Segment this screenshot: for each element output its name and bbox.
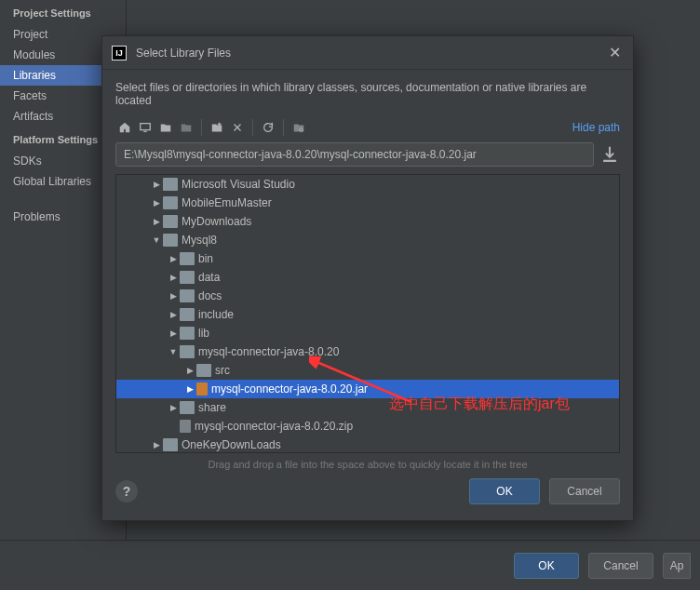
chevron-right-icon[interactable]: ▶ [183,366,196,375]
main-ok-button[interactable]: OK [514,553,579,579]
chevron-right-icon[interactable]: ▶ [167,329,180,338]
tree-label: Microsoft Visual Studio [182,178,295,191]
main-apply-button[interactable]: Ap [663,553,691,579]
main-bottom-bar: OK Cancel Ap [0,540,700,590]
module-dir-icon[interactable] [177,118,195,137]
tree-row[interactable]: ▶include [116,305,619,324]
dialog-title: Select Library Files [136,47,605,60]
tree-row[interactable]: ▶MobileEmuMaster [116,194,619,212]
show-hidden-icon[interactable] [289,118,308,137]
chevron-right-icon[interactable]: ▶ [167,273,180,282]
folder-icon [180,308,195,321]
home-icon[interactable] [115,118,134,137]
tree-label: lib [198,327,209,340]
tree-label: share [198,401,226,414]
chevron-down-icon[interactable]: ▼ [167,347,180,356]
folder-icon [163,215,178,228]
tree-row[interactable]: ▶lib [116,324,619,342]
dialog-toolbar: Hide path [115,116,620,142]
file-tree[interactable]: ▶Microsoft Visual Studio▶MobileEmuMaster… [115,174,620,453]
delete-icon[interactable] [228,118,247,137]
tree-row[interactable]: ▶OneKeyDownLoads [116,436,619,452]
tree-label: bin [198,252,213,265]
tree-row[interactable]: ▶data [116,268,619,287]
refresh-icon[interactable] [259,118,277,137]
select-library-dialog: IJ Select Library Files ✕ Select files o… [101,35,634,521]
close-icon[interactable]: ✕ [605,44,624,62]
chevron-right-icon[interactable]: ▶ [150,217,163,226]
new-folder-icon[interactable] [208,118,226,137]
main-cancel-button[interactable]: Cancel [588,553,653,579]
folder-icon [180,345,195,358]
chevron-right-icon[interactable]: ▶ [150,440,163,449]
zip-icon [180,420,191,433]
tree-label: mysql-connector-java-8.0.20 [198,345,339,358]
tree-row[interactable]: ▶docs [116,287,619,305]
tree-label: Mysql8 [182,234,217,247]
folder-icon [163,438,178,451]
tree-label: src [215,364,230,377]
drop-hint: Drag and drop a file into the space abov… [115,453,620,472]
sidebar-section-project: Project Settings [0,0,126,24]
tree-label: MobileEmuMaster [182,196,272,209]
tree-row[interactable]: ▼Mysql8 [116,231,619,249]
path-input[interactable] [115,142,594,167]
desktop-icon[interactable] [136,118,155,137]
folder-icon [180,327,195,340]
tree-label: MyDownloads [182,215,251,228]
tree-row[interactable]: ▶src [116,361,619,380]
chevron-down-icon[interactable]: ▼ [150,235,163,245]
dialog-cancel-button[interactable]: Cancel [549,478,620,504]
chevron-right-icon[interactable]: ▶ [167,254,180,263]
tree-label: OneKeyDownLoads [182,438,281,451]
chevron-right-icon[interactable]: ▶ [167,403,180,412]
folder-icon [196,364,211,377]
dialog-titlebar: IJ Select Library Files ✕ [102,36,633,70]
tree-label: mysql-connector-java-8.0.20.jar [211,382,368,396]
help-button[interactable]: ? [115,480,138,503]
project-dir-icon[interactable] [156,118,175,137]
folder-icon [163,196,178,209]
tree-label: mysql-connector-java-8.0.20.zip [195,420,353,433]
chevron-right-icon[interactable]: ▶ [183,384,196,394]
dialog-ok-button[interactable]: OK [469,478,540,504]
chevron-right-icon[interactable]: ▶ [150,198,163,208]
chevron-right-icon[interactable]: ▶ [150,180,163,189]
dialog-hint: Select files or directories in which lib… [115,79,620,116]
tree-label: docs [198,289,222,302]
tree-label: data [198,271,220,284]
download-icon[interactable] [599,144,620,165]
tree-row[interactable]: ▶bin [116,249,619,268]
tree-row[interactable]: ▶MyDownloads [116,212,619,231]
chevron-right-icon[interactable]: ▶ [167,310,180,319]
folder-icon [180,289,195,302]
chevron-right-icon[interactable]: ▶ [167,291,180,301]
folder-icon [163,178,178,191]
jar-icon [196,382,208,396]
folder-icon [163,234,178,247]
tree-row[interactable]: ▶Microsoft Visual Studio [116,175,619,194]
tree-row[interactable]: ▶mysql-connector-java-8.0.20.jar [116,380,619,398]
hide-path-link[interactable]: Hide path [572,121,620,134]
tree-row[interactable]: ▶share [116,398,619,417]
tree-row[interactable]: ▼mysql-connector-java-8.0.20 [116,342,619,361]
intellij-icon: IJ [112,46,127,60]
tree-row[interactable]: mysql-connector-java-8.0.20.zip [116,417,619,436]
svg-rect-0 [141,124,151,130]
tree-label: include [198,308,234,321]
folder-icon [180,252,195,265]
folder-icon [180,401,195,414]
folder-icon [180,271,195,284]
